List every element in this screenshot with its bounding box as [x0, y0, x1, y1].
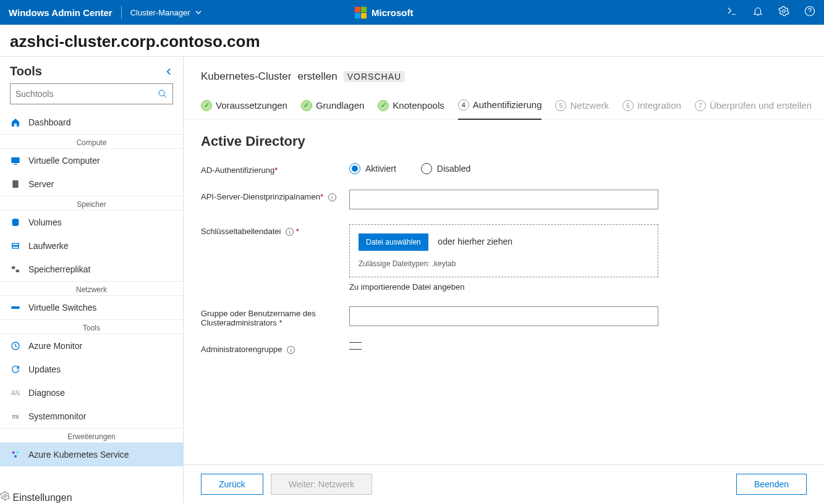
check-icon: ✓: [378, 100, 389, 111]
step-number: 7: [695, 100, 706, 111]
sidebar-item-laufwerke[interactable]: Laufwerke: [0, 234, 183, 258]
chevron-down-icon: [195, 9, 202, 16]
preview-tag: VORSCHAU: [344, 71, 405, 82]
help-icon[interactable]: [804, 6, 815, 19]
sidebar-item-volumes[interactable]: Volumes: [0, 211, 183, 234]
step-label: Integration: [637, 100, 681, 111]
sidebar-item-label: Speicherreplikat: [28, 264, 90, 274]
radio-icon: [421, 163, 432, 174]
sidebar-item-settings[interactable]: Einstellungen: [0, 491, 183, 503]
info-icon[interactable]: i: [287, 346, 295, 354]
svg-rect-4: [14, 164, 17, 164]
file-required-hint: Zu importierende Datei angeben: [349, 282, 658, 292]
svg-point-14: [12, 452, 15, 454]
switch-icon: [10, 302, 21, 313]
sidebar-item-speicherreplikat[interactable]: Speicherreplikat: [0, 258, 183, 281]
sidebar-item-label: Diagnose: [28, 388, 65, 398]
gear-icon[interactable]: [778, 6, 789, 19]
sidebar-item-virtuelle-switches[interactable]: Virtuelle Switches: [0, 296, 183, 319]
info-icon[interactable]: i: [328, 193, 336, 201]
step-label: Voraussetzungen: [216, 100, 287, 111]
console-icon[interactable]: [726, 6, 737, 19]
svg-rect-11: [16, 270, 19, 272]
radio-disabled[interactable]: Disabled: [421, 163, 470, 174]
context-picker[interactable]: Cluster-Manager: [130, 8, 203, 17]
microsoft-logo: Microsoft: [355, 7, 414, 19]
info-icon[interactable]: i: [286, 228, 294, 236]
svg-point-16: [14, 455, 17, 458]
step-number: 4: [458, 99, 469, 111]
radio-label: Disabled: [437, 164, 470, 174]
context-label: Cluster-Manager: [130, 8, 190, 17]
sidebar-item-label: Server: [28, 179, 54, 189]
input-admin-group-user[interactable]: [349, 306, 658, 326]
sidebar-item-azure-monitor[interactable]: Azure Monitor: [0, 334, 183, 358]
search-tools[interactable]: [10, 83, 173, 104]
svg-point-15: [16, 452, 19, 454]
updates-icon: [10, 364, 21, 375]
choose-file-button[interactable]: Datei auswählen: [359, 233, 428, 251]
svg-rect-9: [12, 246, 19, 248]
sidebar-item-label: Virtuelle Switches: [28, 303, 96, 313]
allowed-types: Zulässige Dateitypen: .keytab: [359, 259, 649, 268]
tools-heading: Tools: [10, 64, 42, 78]
cluster-name: azshci-cluster.corp.contoso.com: [0, 25, 824, 56]
sidebar-item-dashboard[interactable]: Dashboard: [0, 111, 183, 134]
app-title: Windows Admin Center: [9, 7, 113, 18]
step-label: Grundlagen: [316, 100, 364, 111]
finish-button[interactable]: Beenden: [736, 474, 807, 495]
step-authentifizierung[interactable]: 4Authentifizierung: [458, 91, 542, 120]
sidebar: Tools DashboardComputeVirtuelle Computer…: [0, 57, 184, 503]
radio-label: Aktiviert: [365, 164, 396, 174]
input-spn[interactable]: [349, 190, 658, 209]
microsoft-label: Microsoft: [372, 7, 414, 18]
sidebar-item-azure-kubernetes-service[interactable]: Azure Kubernetes Service: [0, 443, 183, 466]
vm-icon: [10, 155, 21, 166]
sidebar-item-label: Volumes: [28, 217, 62, 227]
radio-icon: [349, 163, 360, 174]
bell-icon[interactable]: [752, 6, 763, 19]
svg-point-17: [4, 495, 6, 497]
sidebar-item-label: Azure Kubernetes Service: [28, 450, 129, 460]
sidebar-group: Compute: [0, 134, 183, 149]
step-knotenpools[interactable]: ✓Knotenpools: [378, 100, 444, 111]
monitor-icon: [10, 340, 21, 351]
next-button: Weiter: Netzwerk: [271, 474, 372, 495]
topbar: Windows Admin Center Cluster-Manager Mic…: [0, 0, 824, 25]
sidebar-nav: DashboardComputeVirtuelle ComputerServer…: [0, 111, 183, 491]
sidebar-item-label: Dashboard: [28, 117, 71, 127]
step-number: 6: [622, 100, 634, 111]
home-icon: [10, 117, 21, 128]
title-divider: [121, 6, 122, 19]
wizard-steps: ✓Voraussetzungen✓Grundlagen✓Knotenpools4…: [184, 91, 824, 120]
breadcrumb-part2: erstellen: [297, 70, 337, 83]
label-spn: API-Server-Dienstprinzipalnamen* i: [201, 190, 349, 201]
content: Kubernetes-Cluster erstellen VORSCHAU ✓V…: [184, 57, 824, 503]
sidebar-group: Speicher: [0, 196, 183, 211]
label-keytab: Schlüsseltabellendatei i *: [201, 224, 349, 236]
wizard-footer: Zurück Weiter: Netzwerk Beenden: [184, 464, 824, 503]
svg-rect-12: [11, 306, 19, 309]
sidebar-item-server[interactable]: Server: [0, 172, 183, 196]
sidebar-item-virtuelle-computer[interactable]: Virtuelle Computer: [0, 149, 183, 172]
check-icon: ✓: [201, 100, 212, 111]
form-area: Active Directory AD-Authentifizierung* A…: [184, 120, 824, 464]
sidebar-item-label: Systemmonitor: [28, 411, 86, 421]
sidebar-item-diagnose[interactable]: ANDiagnose: [0, 381, 183, 405]
admin-group-value: [349, 342, 658, 350]
step-überprüfen-und-erstellen: 7Überprüfen und erstellen: [695, 100, 812, 111]
step-label: Authentifizierung: [473, 99, 542, 110]
collapse-icon[interactable]: [164, 67, 173, 76]
back-button[interactable]: Zurück: [201, 474, 263, 495]
sidebar-item-updates[interactable]: Updates: [0, 358, 183, 381]
step-integration: 6Integration: [622, 100, 681, 111]
search-input[interactable]: [15, 89, 158, 99]
step-grundlagen[interactable]: ✓Grundlagen: [301, 100, 364, 111]
radio-enabled[interactable]: Aktiviert: [349, 163, 396, 174]
step-label: Knotenpools: [393, 100, 444, 111]
label-ad-auth: AD-Authentifizierung*: [201, 163, 349, 175]
breadcrumb-part1: Kubernetes-Cluster: [201, 70, 291, 83]
sidebar-item-systemmonitor[interactable]: miSystemmonitor: [0, 405, 183, 428]
file-drop-zone[interactable]: Datei auswählen oder hierher ziehen Zulä…: [349, 224, 658, 277]
step-voraussetzungen[interactable]: ✓Voraussetzungen: [201, 100, 287, 111]
